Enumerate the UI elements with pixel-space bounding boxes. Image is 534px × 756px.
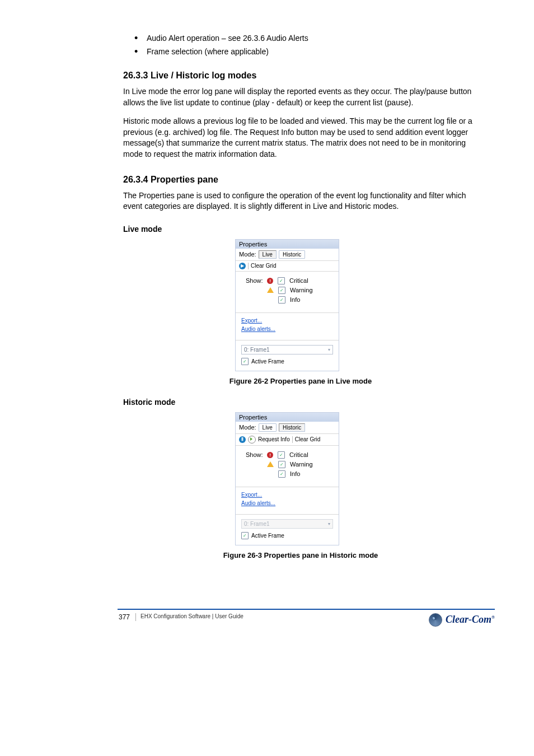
tab-live[interactable]: Live — [259, 423, 277, 432]
properties-panel-historic: Properties Mode: Live Historic Ⅱ Request… — [235, 412, 339, 545]
critical-icon: ! — [267, 278, 273, 284]
warning-icon — [267, 287, 274, 293]
links-section: Export... Audio alerts... — [236, 487, 339, 515]
bullet-item: Frame selection (where applicable) — [134, 47, 478, 56]
subsection-live-mode: Live mode — [123, 225, 478, 234]
frame-select[interactable]: 0: Frame1 ▾ — [241, 345, 333, 354]
audio-alerts-link[interactable]: Audio alerts... — [241, 500, 333, 506]
frame-section: 0: Frame1 ▾ ✓ Active Frame — [236, 340, 339, 371]
play-icon[interactable]: ▶ — [239, 263, 246, 269]
info-label: Info — [290, 470, 300, 477]
figure-caption: Figure 26-2 Properties pane in Live mode — [123, 377, 478, 385]
panel-title: Properties — [236, 413, 339, 422]
active-frame-label: Active Frame — [251, 358, 284, 365]
request-info-button[interactable]: Request Info — [258, 436, 290, 442]
links-section: Export... Audio alerts... — [236, 313, 339, 340]
show-section: Show: ! ✓ Critical ✓ Warning ✓ Info — [236, 272, 339, 313]
bullet-item: Audio Alert operation – see 26.3.6 Audio… — [134, 34, 478, 43]
mode-label: Mode: — [239, 424, 256, 431]
separator — [248, 263, 249, 269]
critical-icon: ! — [267, 452, 273, 458]
request-info-icon[interactable] — [248, 436, 256, 444]
page-footer: 377 EHX Configuration Software | User Gu… — [118, 609, 495, 627]
chevron-down-icon: ▾ — [328, 521, 330, 526]
frame-select-value: 0: Frame1 — [244, 347, 270, 353]
body-text: In Live mode the error log pane will dis… — [123, 86, 478, 108]
frame-select-value: 0: Frame1 — [244, 521, 270, 527]
clear-grid-button[interactable]: Clear Grid — [295, 436, 321, 442]
active-frame-label: Active Frame — [251, 533, 284, 539]
frame-select: 0: Frame1 ▾ — [241, 519, 333, 529]
subsection-historic-mode: Historic mode — [123, 398, 478, 407]
tab-historic[interactable]: Historic — [279, 423, 305, 432]
pause-icon[interactable]: Ⅱ — [239, 436, 246, 443]
section-heading-properties-pane: 26.3.4 Properties pane — [123, 175, 478, 185]
properties-panel-live: Properties Mode: Live Historic ▶ Clear G… — [235, 239, 339, 371]
warning-label: Warning — [290, 287, 313, 293]
show-label: Show: — [246, 451, 263, 458]
logo-icon — [429, 613, 442, 627]
active-frame-checkbox[interactable]: ✓ — [241, 358, 249, 365]
footer-doc-title: EHX Configuration Software | User Guide — [140, 613, 243, 621]
show-label: Show: — [246, 277, 263, 284]
mode-label: Mode: — [239, 251, 256, 258]
toolbar-row: Ⅱ Request Info Clear Grid — [236, 434, 339, 446]
critical-checkbox[interactable]: ✓ — [278, 451, 285, 459]
warning-icon — [267, 461, 274, 467]
separator — [292, 436, 293, 443]
panel-title: Properties — [236, 240, 339, 249]
warning-checkbox[interactable]: ✓ — [278, 461, 285, 468]
info-checkbox[interactable]: ✓ — [278, 470, 285, 478]
clear-grid-button[interactable]: Clear Grid — [251, 263, 277, 269]
logo-text: Clear-Com — [446, 614, 491, 625]
figure-caption: Figure 26-3 Properties pane in Historic … — [123, 551, 478, 559]
critical-checkbox[interactable]: ✓ — [278, 277, 285, 284]
body-text: Historic mode allows a previous log file… — [123, 116, 478, 160]
bullet-list: Audio Alert operation – see 26.3.6 Audio… — [123, 34, 478, 56]
warning-checkbox[interactable]: ✓ — [278, 287, 285, 294]
export-link[interactable]: Export... — [241, 318, 333, 324]
page-number: 377 — [118, 613, 136, 621]
chevron-down-icon: ▾ — [328, 347, 330, 352]
mode-row: Mode: Live Historic — [236, 422, 339, 434]
warning-label: Warning — [290, 461, 313, 468]
info-checkbox[interactable]: ✓ — [278, 296, 285, 304]
figure-26-3: Properties Mode: Live Historic Ⅱ Request… — [235, 412, 478, 545]
show-section: Show: ! ✓ Critical ✓ Warning ✓ Info — [236, 446, 339, 487]
toolbar-row: ▶ Clear Grid — [236, 261, 339, 272]
tab-live[interactable]: Live — [259, 250, 277, 259]
tab-historic[interactable]: Historic — [279, 250, 305, 259]
figure-26-2: Properties Mode: Live Historic ▶ Clear G… — [235, 239, 478, 371]
critical-label: Critical — [289, 451, 308, 458]
frame-section: 0: Frame1 ▾ ✓ Active Frame — [236, 515, 339, 545]
export-link[interactable]: Export... — [241, 492, 333, 498]
mode-row: Mode: Live Historic — [236, 249, 339, 261]
critical-label: Critical — [289, 277, 308, 284]
audio-alerts-link[interactable]: Audio alerts... — [241, 326, 333, 332]
active-frame-checkbox[interactable]: ✓ — [241, 532, 249, 539]
body-text: The Properties pane is used to configure… — [123, 190, 478, 212]
clear-com-logo: Clear-Com® — [429, 613, 495, 627]
section-heading-live-historic: 26.3.3 Live / Historic log modes — [123, 71, 478, 81]
info-label: Info — [290, 296, 300, 303]
